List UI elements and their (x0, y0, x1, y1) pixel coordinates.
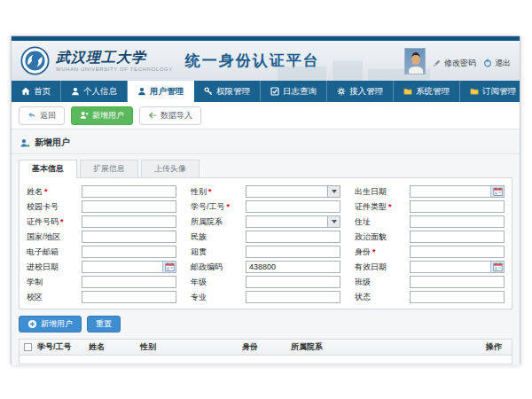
field-label: 有效日期 (355, 262, 387, 271)
toolbar: 返回 新增用户 数据导入 (12, 102, 520, 129)
political-status-input[interactable] (411, 231, 504, 242)
col-student-id: 学号/工号 (35, 341, 87, 353)
field-id-number: 证件号码* (27, 215, 176, 228)
form-actions: 新增用户 重置 (19, 316, 512, 332)
major-input[interactable] (246, 292, 340, 302)
department-select-value[interactable] (246, 216, 327, 227)
ethnicity-input[interactable] (246, 231, 340, 242)
nav-subscription-management[interactable]: 订阅管理 (460, 81, 527, 102)
campus-card-input[interactable] (82, 201, 176, 212)
university-name-cn: 武汉理工大学 (56, 51, 173, 65)
birth-date-input[interactable] (411, 186, 490, 197)
class-input[interactable] (411, 277, 504, 287)
university-name-en: WUHAN UNIVERSITY OF TECHNOLOGY (56, 66, 173, 72)
field-birth-date: 出生日期 (355, 185, 505, 198)
calendar-icon[interactable] (490, 186, 504, 197)
field-department: 所属院系 (191, 215, 340, 228)
power-icon (483, 59, 492, 67)
change-password-link[interactable]: 修改密码 (433, 58, 476, 74)
logout-link[interactable]: 退出 (483, 58, 511, 74)
reset-button[interactable]: 重置 (87, 316, 121, 332)
calendar-icon[interactable] (162, 262, 176, 272)
email-input[interactable] (82, 246, 176, 257)
tab-extended-info[interactable]: 扩展信息 (80, 160, 138, 177)
field-label: 班级 (355, 278, 371, 286)
nav-home[interactable]: 首页 (12, 81, 61, 102)
field-class: 班级 (355, 276, 505, 288)
grade-input[interactable] (246, 277, 340, 287)
study-length-input[interactable] (82, 277, 176, 287)
gender-select-value[interactable] (246, 186, 327, 197)
tab-bar: 基本信息 扩展信息 上传头像 (12, 154, 520, 177)
id-number-input[interactable] (82, 216, 176, 227)
building-watermark (332, 61, 363, 81)
enroll-date-input[interactable] (82, 262, 162, 272)
field-grade: 年级 (191, 276, 340, 288)
nav-log-query[interactable]: 日志查询 (261, 81, 327, 102)
data-import-button[interactable]: 数据导入 (139, 106, 201, 125)
nav-access-management[interactable]: 接入管理 (327, 81, 394, 102)
col-department: 所属院系 (289, 341, 484, 353)
university-logo-icon (20, 46, 50, 75)
plus-circle-icon (27, 319, 37, 329)
field-label: 政治面貌 (355, 232, 387, 241)
country-region-input[interactable] (82, 231, 176, 242)
check-square-icon (270, 87, 279, 96)
main-nav: 首页 个人信息 用户管理 权限管理 日志查询 接入管理 系统管理 订阅管理 (12, 81, 520, 102)
folder-icon (470, 87, 479, 96)
chevron-down-icon[interactable] (327, 216, 340, 227)
field-label: 专业 (191, 293, 207, 301)
identity-input[interactable] (411, 246, 504, 257)
nav-personal-info[interactable]: 个人信息 (61, 81, 128, 102)
basic-info-form: 姓名* 性别* 出生日期 校园卡号 学号/工号 (19, 177, 512, 309)
back-button[interactable]: 返回 (19, 106, 65, 125)
field-label: 身份 (355, 247, 371, 256)
col-gender: 性别 (138, 341, 240, 353)
nav-label: 接入管理 (349, 86, 383, 98)
app-window: 武汉理工大学 WUHAN UNIVERSITY OF TECHNOLOGY 统一… (11, 35, 520, 364)
select-all-checkbox[interactable] (24, 343, 32, 351)
field-student-id: 学号/工号* (191, 200, 340, 213)
postal-code-input[interactable] (246, 262, 340, 272)
id-type-input[interactable] (411, 201, 504, 212)
department-select[interactable] (246, 215, 340, 228)
field-gender: 性别* (191, 185, 340, 198)
tab-basic-info[interactable]: 基本信息 (19, 160, 77, 178)
nav-label: 用户管理 (150, 86, 184, 98)
form-row: 进校日期 邮政编码 有效日期 (27, 261, 505, 273)
field-label: 电子邮箱 (27, 247, 59, 256)
content-area: 新增用户 基本信息 扩展信息 上传头像 姓名* 性别* 出生日期 (12, 129, 520, 365)
nav-permission-management[interactable]: 权限管理 (194, 81, 261, 102)
field-label: 校区 (27, 293, 43, 301)
add-user-toolbar-button[interactable]: 新增用户 (71, 106, 133, 125)
chevron-down-icon[interactable] (327, 186, 340, 197)
required-mark: * (208, 187, 212, 196)
field-label: 所属院系 (191, 217, 223, 226)
header: 武汉理工大学 WUHAN UNIVERSITY OF TECHNOLOGY 统一… (12, 41, 520, 81)
submit-add-user-button[interactable]: 新增用户 (19, 316, 82, 332)
section-title: 新增用户 (35, 137, 70, 149)
required-mark: * (388, 202, 392, 211)
valid-date-input[interactable] (411, 262, 490, 272)
nav-label: 权限管理 (216, 86, 250, 98)
name-input[interactable] (82, 186, 176, 197)
back-arrow-icon (27, 111, 36, 120)
form-row: 电子邮箱 籍贯 身份* (27, 246, 505, 258)
form-row: 证件号码* 所属院系 住址 (27, 215, 505, 228)
col-identity: 身份 (240, 341, 289, 353)
change-password-label: 修改密码 (444, 58, 476, 69)
nav-user-management[interactable]: 用户管理 (128, 81, 194, 102)
status-input[interactable] (411, 292, 504, 302)
gender-select[interactable] (246, 185, 340, 198)
field-label: 出生日期 (355, 187, 387, 196)
nav-system-management[interactable]: 系统管理 (394, 81, 460, 102)
key-icon (204, 87, 213, 96)
calendar-icon[interactable] (490, 262, 504, 272)
address-input[interactable] (411, 216, 504, 227)
native-place-input[interactable] (246, 246, 340, 257)
campus-input[interactable] (82, 292, 176, 302)
field-identity: 身份* (355, 246, 505, 258)
tab-upload-avatar[interactable]: 上传头像 (141, 160, 200, 177)
student-id-input[interactable] (246, 201, 340, 212)
field-label: 证件号码 (27, 217, 59, 226)
